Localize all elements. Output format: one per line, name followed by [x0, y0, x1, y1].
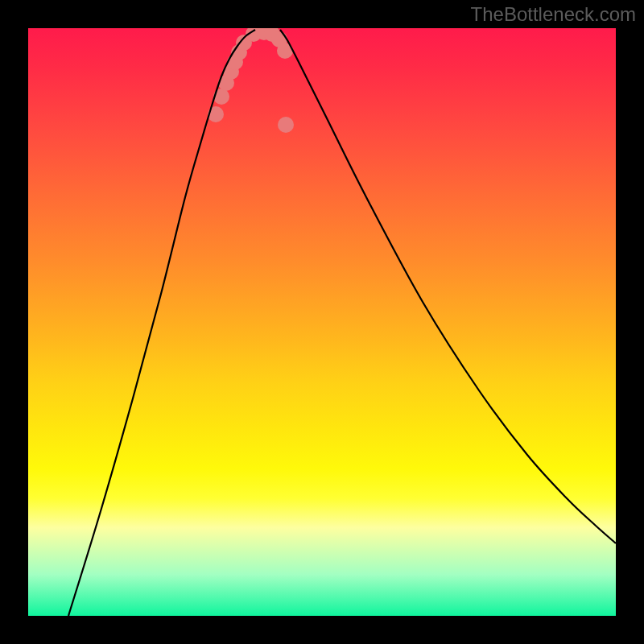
- chart-frame: TheBottleneck.com: [0, 0, 644, 644]
- watermark-label: TheBottleneck.com: [471, 3, 636, 26]
- left-curve: [68, 30, 255, 616]
- right-curve: [280, 30, 616, 543]
- plot-area: [28, 28, 616, 616]
- highlight-dot: [278, 117, 294, 133]
- curve-layer: [28, 28, 616, 616]
